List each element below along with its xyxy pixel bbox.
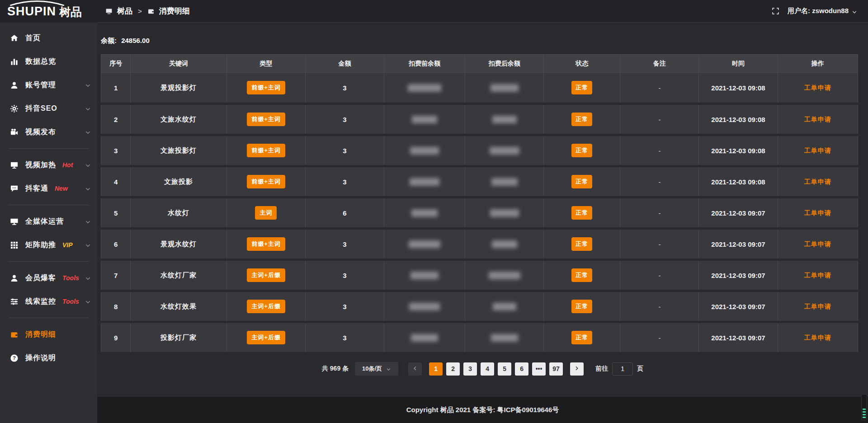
cell-balance-before [384,291,465,322]
cell-remark: - [620,197,699,229]
pagination: 共 969 条 10条/页 123456•••97 前往 页 [97,362,868,376]
app-root: SHUPIN 树品 首页数据总览账号管理抖音SEO视频发布视频加热Hot抖客通N… [0,0,868,423]
breadcrumb-root[interactable]: 树品 [117,6,132,16]
ticket-apply-link[interactable]: 工单申请 [804,272,831,279]
sidebar-item-video-heat[interactable]: 视频加热Hot [0,153,97,177]
cell-balance-before [384,166,465,197]
sidebar-item-media-operation[interactable]: 全媒体运营 [0,210,97,233]
ticket-apply-link[interactable]: 工单申请 [804,334,831,341]
masked-balance-before [411,334,438,342]
sidebar-item-video-publish[interactable]: 视频发布 [0,120,97,144]
sidebar-item-label: 数据总览 [25,57,56,66]
cell-amount: 3 [305,166,384,197]
page-size-select[interactable]: 10条/页 [355,362,398,376]
sidebar-item-badge: New [55,185,68,192]
cell-keyword: 文旅水纹灯 [131,104,227,135]
video-camera-icon [10,128,19,136]
sidebar-item-label: 会员爆客 [25,273,56,283]
cell-balance-before [384,260,465,291]
cell-keyword: 水纹灯 [131,197,227,229]
status-tag: 正常 [571,268,592,282]
sidebar-item-data-overview[interactable]: 数据总览 [0,50,97,73]
type-tag: 主词 [255,206,277,220]
floating-widget[interactable] [861,394,867,420]
goto-page: 前往 页 [595,362,643,376]
topbar: 树品 > 消费明细 用户名: zswodun88 [97,0,868,23]
page-button-97[interactable]: 97 [549,362,563,376]
column-header-5: 扣费前余额 [384,55,465,73]
cell-amount: 3 [305,322,384,353]
ticket-apply-link[interactable]: 工单申请 [804,240,831,248]
sidebar-item-operation-guide[interactable]: ?操作说明 [0,346,97,370]
page-ellipsis-button[interactable]: ••• [532,362,546,376]
member-icon [10,274,19,282]
column-header-3: 类型 [226,55,305,73]
cell-type: 前缀+主词 [226,229,305,260]
user-menu[interactable]: 用户名: zswodun88 [788,7,857,15]
cell-balance-before [384,104,465,135]
cell-status: 正常 [544,260,620,291]
cell-balance-before [384,73,465,104]
ticket-apply-link[interactable]: 工单申请 [804,209,831,216]
chevron-down-icon [386,367,391,371]
sidebar-item-consume-detail[interactable]: 消费明细 [0,323,97,346]
cell-balance-after [465,260,544,291]
wallet-icon [147,8,155,15]
next-page-button[interactable] [570,362,584,376]
cell-amount: 3 [305,229,384,260]
cell-time: 2021-12-03 09:08 [699,104,778,135]
sidebar-divider [8,205,89,205]
chevron-left-icon [412,365,418,372]
sliders-icon [10,297,19,306]
cell-status: 正常 [544,197,620,229]
page-button-3[interactable]: 3 [463,362,477,376]
ticket-apply-link[interactable]: 工单申请 [804,116,831,123]
cell-keyword: 景观投影灯 [131,73,227,104]
chevron-down-icon [85,106,91,112]
cell-action: 工单申请 [778,197,858,229]
logo-text-en: SHUPIN [7,5,56,18]
page-button-6[interactable]: 6 [515,362,528,376]
ticket-apply-link[interactable]: 工单申请 [804,303,831,310]
cell-time: 2021-12-03 09:08 [699,166,778,197]
sidebar-item-member-burst[interactable]: 会员爆客Tools [0,266,97,290]
page-button-4[interactable]: 4 [481,362,494,376]
svg-text:?: ? [13,355,16,361]
sidebar-item-account-manage[interactable]: 账号管理 [0,73,97,97]
ticket-apply-link[interactable]: 工单申请 [804,178,831,185]
sidebar-item-label: 线索监控 [25,297,56,306]
page-button-2[interactable]: 2 [446,362,460,376]
consume-table: 序号关键词类型金额扣费前余额扣费后余额状态备注时间操作 1景观投影灯前缀+主词3… [101,54,858,354]
cell-action: 工单申请 [778,291,858,322]
fullscreen-icon[interactable] [772,7,779,15]
chevron-down-icon [85,219,91,225]
masked-balance-after [491,178,518,186]
ticket-apply-link[interactable]: 工单申请 [804,84,831,91]
page-button-1[interactable]: 1 [429,362,443,376]
cell-amount: 3 [305,73,384,104]
masked-balance-after [491,84,519,92]
status-tag: 正常 [571,81,592,94]
chevron-down-icon [85,186,91,192]
sidebar-item-home[interactable]: 首页 [0,26,97,50]
sidebar-item-douyin-seo[interactable]: 抖音SEO [0,97,97,120]
cell-type: 前缀+主词 [226,166,305,197]
goto-suffix: 页 [637,365,643,373]
masked-balance-before [408,84,441,92]
prev-page-button[interactable] [408,362,422,376]
ticket-apply-link[interactable]: 工单申请 [804,147,831,154]
goto-label: 前往 [595,365,608,373]
cell-keyword: 景观水纹灯 [131,229,227,260]
sidebar-item-badge: Hot [62,161,73,169]
sidebar-item-matrix-boost[interactable]: 矩阵助推VIP [0,233,97,257]
sidebar-item-clue-monitor[interactable]: 线索监控Tools [0,290,97,313]
sidebar-item-douketong[interactable]: 抖客通New [0,177,97,200]
type-tag: 前缀+主词 [247,81,285,94]
goto-page-input[interactable] [612,362,633,376]
cell-status: 正常 [544,291,620,322]
balance-label: 余额: [101,37,117,44]
cell-index: 7 [101,260,131,291]
page-buttons: 123456•••97 [429,362,563,376]
page-button-5[interactable]: 5 [498,362,511,376]
chevron-down-icon [85,242,91,248]
